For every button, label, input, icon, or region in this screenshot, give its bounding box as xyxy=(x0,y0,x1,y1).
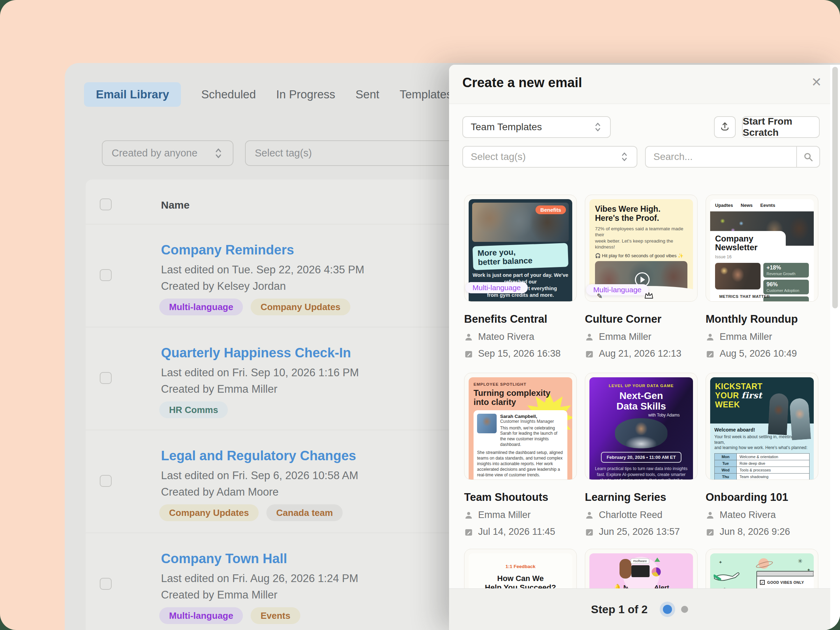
person-icon xyxy=(585,511,594,520)
start-from-scratch-button[interactable]: Start From Scratch xyxy=(742,116,820,138)
template-card-benefits-central[interactable]: Benefits More you, better balance Work i… xyxy=(464,194,577,359)
spotlight-intro: This month, we're celebrating Sarah for … xyxy=(500,426,564,447)
email-title-link[interactable]: Company Reminders xyxy=(161,243,294,257)
good-vibes-label: GOOD VIBES ONLY xyxy=(767,580,804,584)
created-by-text: Created by Emma Miller xyxy=(161,383,277,395)
row-checkbox[interactable] xyxy=(100,475,112,487)
planet-icon xyxy=(758,558,769,569)
tab-scheduled[interactable]: Scheduled xyxy=(201,82,256,107)
template-card-team-shoutouts[interactable]: EMPLOYEE SPOTLIGHT Turning complexity in… xyxy=(464,373,577,537)
template-card-onboarding-101[interactable]: KICKSTART YOUR first WEEK Welcome aboard… xyxy=(706,373,818,537)
email-title-link[interactable]: Quarterly Happiness Check-In xyxy=(161,346,351,360)
spotlight-body: She streamlined the dashboard setup, ali… xyxy=(477,450,564,478)
newsletter-issue: Issue 16 xyxy=(715,254,782,259)
learning-headline: Next-Gen Data Skills xyxy=(594,391,688,411)
learning-body: Learn practical tips to turn raw data in… xyxy=(594,466,688,480)
tag-company-updates: Company Updates xyxy=(251,298,350,315)
photo-arch xyxy=(789,398,811,440)
modal-header: Create a new email ✕ xyxy=(449,65,840,104)
row-checkbox[interactable] xyxy=(100,372,112,384)
chevron-up-down-icon xyxy=(213,147,224,159)
peach-backdrop: Email Library Scheduled In Progress Sent… xyxy=(0,0,840,630)
sparkle-icon: ✦ xyxy=(718,560,722,565)
stat-customer-adoption: 96%Customer Adoption xyxy=(763,279,809,294)
row-checkbox[interactable] xyxy=(100,578,112,590)
employee-photo xyxy=(477,414,497,433)
chevron-up-down-icon xyxy=(620,151,629,163)
chevron-up-down-icon xyxy=(593,122,602,133)
pencil-scribble-icon: ✎ xyxy=(597,292,603,300)
upload-icon xyxy=(719,121,731,133)
card-author: Emma Miller xyxy=(585,332,698,342)
search-button[interactable] xyxy=(796,147,819,167)
card-date: Jun 8, 2026 9:26 xyxy=(706,526,818,537)
photo-arch xyxy=(768,393,789,436)
last-edited-text: Last edited on Tue. Sep 22, 2026 4:35 PM xyxy=(161,264,364,276)
row-checkbox[interactable] xyxy=(100,269,112,281)
created-by-text: Created by Emma Miller xyxy=(161,589,277,601)
template-preview: KICKSTART YOUR first WEEK Welcome aboard… xyxy=(706,373,818,480)
calendar-edit-icon xyxy=(585,527,594,537)
template-preview: LEVEL UP YOUR DATA GAME Next-Gen Data Sk… xyxy=(585,373,698,480)
multi-language-badge: Multi-language xyxy=(586,284,649,295)
email-title-link[interactable]: Legal and Regulatory Changes xyxy=(161,448,356,463)
card-date: Aug 21, 2026 12:13 xyxy=(585,348,698,359)
calendar-edit-icon xyxy=(706,527,715,537)
name-column-header: Name xyxy=(161,199,190,211)
row-tags: HR Comms xyxy=(159,401,228,418)
calendar-edit-icon xyxy=(464,527,473,537)
multi-language-badge: Multi-language xyxy=(466,282,528,293)
checked-checkbox-icon: ✓ xyxy=(760,580,765,585)
tab-sent[interactable]: Sent xyxy=(355,82,379,107)
card-date: Jun 25, 2026 13:57 xyxy=(585,526,698,537)
step-dot-inactive xyxy=(681,606,688,613)
learning-kicker: LEVEL UP YOUR DATA GAME xyxy=(594,384,688,388)
modal-tag-select[interactable]: Select tag(s) xyxy=(463,146,637,167)
calendar-edit-icon xyxy=(464,349,473,358)
card-title: Learning Series xyxy=(585,491,698,504)
created-by-text: Created by Kelsey Jordan xyxy=(161,280,286,293)
tag-multi-language: Multi-language xyxy=(159,298,243,315)
modal-scrollbar-thumb[interactable] xyxy=(832,67,838,308)
webinar-date-pill: February 20, 2026 • 11:00 AM ET xyxy=(601,452,681,463)
template-source-select[interactable]: Team Templates xyxy=(463,116,611,138)
template-search xyxy=(645,146,820,167)
person-icon xyxy=(585,333,594,342)
template-card-learning-series[interactable]: LEVEL UP YOUR DATA GAME Next-Gen Data Sk… xyxy=(585,373,698,537)
card-date: Sep 15, 2026 16:38 xyxy=(464,348,577,359)
upload-template-button[interactable] xyxy=(714,116,736,138)
step-dot-active xyxy=(663,605,672,614)
create-email-modal: Create a new email ✕ Team Templates Star… xyxy=(449,65,840,630)
presenter-photo xyxy=(615,418,668,448)
tag-filter-placeholder: Select tag(s) xyxy=(255,147,312,159)
tab-in-progress[interactable]: In Progress xyxy=(276,82,335,107)
card-author: Mateo Rivera xyxy=(706,510,818,521)
card-title: Team Shoutouts xyxy=(464,491,577,504)
tag-hr-comms: HR Comms xyxy=(159,401,228,418)
template-preview: Upadtes News Eevnts Company Newsletter I… xyxy=(706,194,818,302)
main-tab-bar: Email Library Scheduled In Progress Sent… xyxy=(84,82,452,107)
modal-tag-placeholder: Select tag(s) xyxy=(471,151,526,163)
modal-scrollbar-track[interactable] xyxy=(830,65,840,630)
email-title-link[interactable]: Company Town Hall xyxy=(161,551,287,566)
card-title: Benefits Central xyxy=(464,313,577,325)
tab-templates[interactable]: Templates xyxy=(400,82,452,107)
template-card-culture-corner[interactable]: Vibes Were High. Here's the Proof. 72% o… xyxy=(585,194,698,359)
search-input[interactable] xyxy=(646,147,796,167)
template-card-monthly-roundup[interactable]: Upadtes News Eevnts Company Newsletter I… xyxy=(706,194,818,359)
select-all-checkbox[interactable] xyxy=(100,199,112,210)
card-date: Aug 5, 2026 10:49 xyxy=(706,348,818,359)
software-search-tag: #software xyxy=(631,558,649,564)
culture-play-line: 🎧 Hit play for 60 seconds of good vibes … xyxy=(595,253,687,258)
tag-events: Events xyxy=(251,607,300,624)
last-edited-text: Last edited on Fri. Aug 26, 2026 1:24 PM xyxy=(161,572,358,585)
crown-cursor-icon xyxy=(644,291,654,301)
created-by-filter[interactable]: Created by anyone xyxy=(102,141,234,166)
card-author: Mateo Rivera xyxy=(464,332,577,342)
spotlight-kicker: EMPLOYEE SPOTLIGHT xyxy=(474,382,567,387)
tag-canada-team: Canada team xyxy=(266,504,343,521)
tab-email-library[interactable]: Email Library xyxy=(84,82,181,107)
close-icon[interactable]: ✕ xyxy=(811,76,822,88)
created-by-filter-value: Created by anyone xyxy=(112,147,197,159)
row-tags: Multi-language Company Updates xyxy=(159,298,351,315)
